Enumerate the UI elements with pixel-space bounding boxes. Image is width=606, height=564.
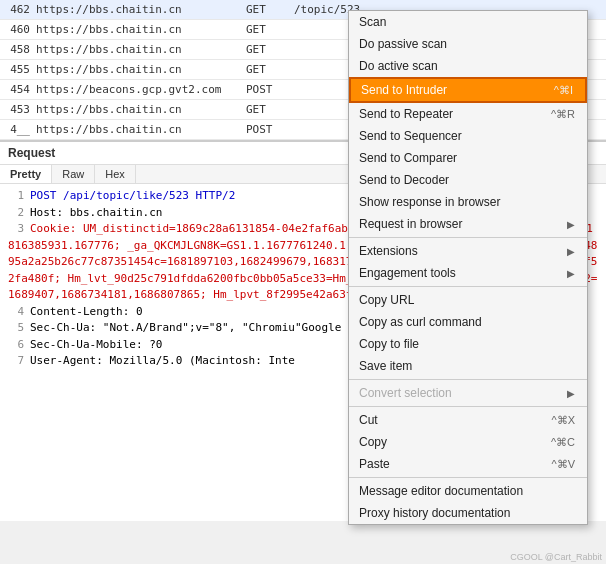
menu-item-proxy-history-doc[interactable]: Proxy history documentation bbox=[349, 502, 587, 524]
menu-item-send-to-intruder[interactable]: Send to Intruder ^⌘I bbox=[349, 77, 587, 103]
url-row-url: https://bbs.chaitin.cn bbox=[36, 103, 246, 116]
menu-item-show-response[interactable]: Show response in browser bbox=[349, 191, 587, 213]
menu-item-copy-to-file[interactable]: Copy to file bbox=[349, 333, 587, 355]
menu-item-label: Save item bbox=[359, 359, 412, 373]
url-row-num: 455 bbox=[0, 63, 36, 76]
menu-item-send-to-repeater[interactable]: Send to Repeater ^⌘R bbox=[349, 103, 587, 125]
menu-item-extensions[interactable]: Extensions ▶ bbox=[349, 240, 587, 262]
menu-item-label: Extensions bbox=[359, 244, 418, 258]
submenu-arrow-icon: ▶ bbox=[567, 268, 575, 279]
url-row-url: https://bbs.chaitin.cn bbox=[36, 23, 246, 36]
submenu-arrow-icon: ▶ bbox=[567, 219, 575, 230]
url-row-num: 454 bbox=[0, 83, 36, 96]
menu-item-label: Cut bbox=[359, 413, 378, 427]
url-row-num: 458 bbox=[0, 43, 36, 56]
menu-item-send-to-decoder[interactable]: Send to Decoder bbox=[349, 169, 587, 191]
menu-item-label: Copy to file bbox=[359, 337, 419, 351]
menu-item-label: Message editor documentation bbox=[359, 484, 523, 498]
menu-item-shortcut: ^⌘V bbox=[552, 458, 576, 471]
url-row-method: GET bbox=[246, 3, 294, 16]
url-row-num: 460 bbox=[0, 23, 36, 36]
menu-item-label: Engagement tools bbox=[359, 266, 456, 280]
submenu-arrow-icon: ▶ bbox=[567, 388, 575, 399]
watermark: CGOOL @Cart_Rabbit bbox=[510, 552, 602, 562]
menu-item-cut[interactable]: Cut ^⌘X bbox=[349, 409, 587, 431]
menu-item-label: Send to Repeater bbox=[359, 107, 453, 121]
url-row-url: https://bbs.chaitin.cn bbox=[36, 123, 246, 136]
menu-item-do-passive-scan[interactable]: Do passive scan bbox=[349, 33, 587, 55]
menu-item-scan[interactable]: Scan bbox=[349, 11, 587, 33]
menu-item-label: Request in browser bbox=[359, 217, 462, 231]
menu-separator bbox=[349, 286, 587, 287]
menu-item-copy[interactable]: Copy ^⌘C bbox=[349, 431, 587, 453]
url-row-method: GET bbox=[246, 63, 294, 76]
menu-item-label: Send to Decoder bbox=[359, 173, 449, 187]
url-row-num: 453 bbox=[0, 103, 36, 116]
menu-item-send-to-comparer[interactable]: Send to Comparer bbox=[349, 147, 587, 169]
url-row-method: POST bbox=[246, 83, 294, 96]
menu-item-copy-url[interactable]: Copy URL bbox=[349, 289, 587, 311]
tab-pretty[interactable]: Pretty bbox=[0, 165, 52, 183]
menu-item-message-editor-doc[interactable]: Message editor documentation bbox=[349, 480, 587, 502]
menu-item-shortcut: ^⌘X bbox=[552, 414, 576, 427]
url-row-url: https://bbs.chaitin.cn bbox=[36, 3, 246, 16]
menu-item-shortcut: ^⌘I bbox=[554, 84, 573, 97]
url-row-method: GET bbox=[246, 103, 294, 116]
menu-item-request-in-browser[interactable]: Request in browser ▶ bbox=[349, 213, 587, 235]
menu-item-label: Send to Comparer bbox=[359, 151, 457, 165]
menu-item-label: Send to Sequencer bbox=[359, 129, 462, 143]
menu-item-send-to-sequencer[interactable]: Send to Sequencer bbox=[349, 125, 587, 147]
url-row-method: POST bbox=[246, 123, 294, 136]
url-row-method: GET bbox=[246, 23, 294, 36]
menu-item-label: Proxy history documentation bbox=[359, 506, 510, 520]
menu-separator bbox=[349, 237, 587, 238]
menu-separator bbox=[349, 379, 587, 380]
menu-item-paste[interactable]: Paste ^⌘V bbox=[349, 453, 587, 475]
menu-item-label: Show response in browser bbox=[359, 195, 500, 209]
url-row-method: GET bbox=[246, 43, 294, 56]
tab-raw[interactable]: Raw bbox=[52, 165, 95, 183]
url-row-num: 462 bbox=[0, 3, 36, 16]
tab-hex[interactable]: Hex bbox=[95, 165, 136, 183]
url-row-num: 4__ bbox=[0, 123, 36, 136]
menu-item-shortcut: ^⌘R bbox=[551, 108, 575, 121]
menu-separator bbox=[349, 477, 587, 478]
menu-item-label: Paste bbox=[359, 457, 390, 471]
url-row-url: https://beacons.gcp.gvt2.com bbox=[36, 83, 246, 96]
menu-separator bbox=[349, 406, 587, 407]
menu-item-save-item[interactable]: Save item bbox=[349, 355, 587, 377]
menu-item-label: Send to Intruder bbox=[361, 83, 447, 97]
menu-item-do-active-scan[interactable]: Do active scan bbox=[349, 55, 587, 77]
context-menu: Scan Do passive scan Do active scan Send… bbox=[348, 10, 588, 525]
menu-item-convert-selection: Convert selection ▶ bbox=[349, 382, 587, 404]
url-row-url: https://bbs.chaitin.cn bbox=[36, 63, 246, 76]
menu-item-label: Copy URL bbox=[359, 293, 414, 307]
menu-item-engagement-tools[interactable]: Engagement tools ▶ bbox=[349, 262, 587, 284]
menu-item-shortcut: ^⌘C bbox=[551, 436, 575, 449]
menu-item-label: Convert selection bbox=[359, 386, 452, 400]
menu-item-copy-as-curl[interactable]: Copy as curl command bbox=[349, 311, 587, 333]
url-row-url: https://bbs.chaitin.cn bbox=[36, 43, 246, 56]
submenu-arrow-icon: ▶ bbox=[567, 246, 575, 257]
menu-item-label: Copy as curl command bbox=[359, 315, 482, 329]
menu-item-label: Copy bbox=[359, 435, 387, 449]
